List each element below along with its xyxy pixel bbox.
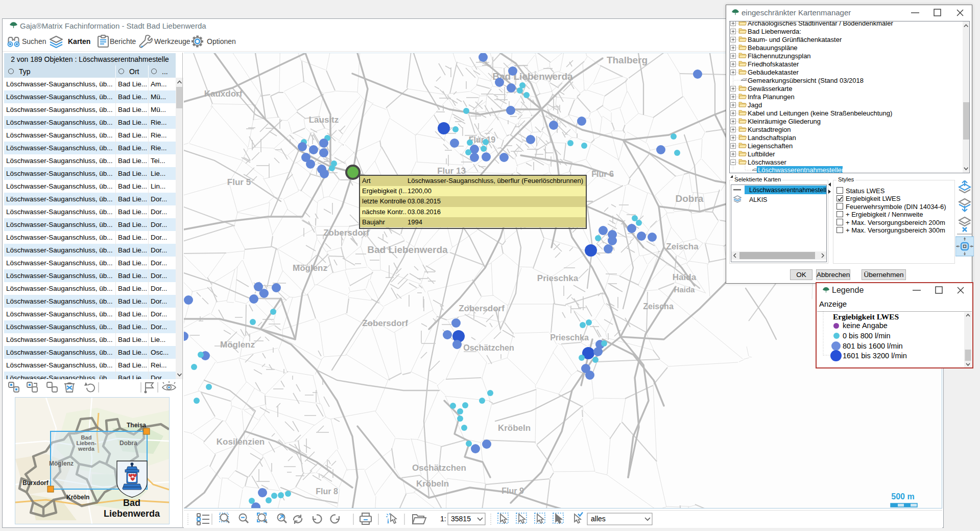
svg-text:Thalberg: Thalberg (607, 55, 648, 65)
svg-text:Bad Liebenwerda:: Bad Liebenwerda: (748, 28, 801, 35)
svg-text:Zobersdorf: Zobersdorf (362, 318, 408, 328)
svg-text:Kurstadtregion: Kurstadtregion (748, 126, 791, 133)
svg-text:Löschwasserentnahmestellen: Löschwasserentnahmestellen (758, 166, 845, 173)
svg-text:1:: 1: (440, 515, 446, 523)
svg-text:Flur 6: Flur 6 (591, 170, 614, 178)
svg-text:Bad Liebenwerda: Bad Liebenwerda (492, 71, 573, 82)
svg-text:Lausitz: Lausitz (309, 115, 339, 125)
svg-text:Flur 8: Flur 8 (316, 487, 338, 496)
svg-text:Haida: Haida (673, 272, 697, 282)
svg-text:Zobersdorf: Zobersdorf (323, 228, 369, 238)
svg-text:Zeischa: Zeischa (666, 242, 699, 251)
svg-text:Kosilenzien: Kosilenzien (217, 437, 265, 447)
svg-text:Kleinräumige Gliederung: Kleinräumige Gliederung (748, 118, 821, 125)
svg-text:Prieschka: Prieschka (550, 333, 589, 342)
svg-text:Kröbeln: Kröbeln (66, 494, 89, 501)
svg-text:Flächennutzungsplan: Flächennutzungsplan (748, 52, 811, 60)
svg-text:Liebenwerda: Liebenwerda (104, 509, 160, 519)
svg-text:Kauxdorf: Kauxdorf (204, 89, 243, 99)
svg-text:Theisa: Theisa (127, 422, 146, 429)
svg-text:Landschaftsplan: Landschaftsplan (748, 134, 796, 142)
svg-text:Möglenz: Möglenz (220, 340, 255, 350)
svg-text:Friedhofskataster: Friedhofskataster (748, 60, 799, 68)
svg-text:Archäologisches Stadtinventar: Archäologisches Stadtinventar / Bodenden… (748, 21, 893, 27)
svg-text:Jagd: Jagd (748, 101, 762, 109)
svg-text:Möglenz: Möglenz (293, 263, 327, 273)
svg-text:Liegenschaften: Liegenschaften (748, 142, 793, 150)
svg-text:Bebauungspläne: Bebauungspläne (748, 44, 798, 52)
svg-text:Zeischa: Zeischa (643, 302, 674, 311)
svg-text:alles: alles (591, 515, 606, 523)
svg-text:Gemearkungsübersicht (Stand 03: Gemearkungsübersicht (Stand 03/2018 (748, 77, 864, 84)
svg-text:Kröbeln: Kröbeln (416, 479, 449, 489)
svg-text:Bad: Bad (123, 498, 140, 508)
svg-text:Flur 9: Flur 9 (501, 487, 524, 495)
svg-text:werda: werda (78, 446, 95, 452)
svg-text:500 m: 500 m (891, 492, 914, 501)
svg-text:Löschwasserentnahmestellen: Löschwasserentnahmestellen (749, 187, 826, 194)
svg-text:Baum- und Grünflächenkataster: Baum- und Grünflächenkataster (748, 36, 842, 43)
svg-text:Möglenz: Möglenz (49, 460, 74, 467)
svg-text:Gewässerkarte: Gewässerkarte (748, 85, 792, 93)
svg-text:Dobra: Dobra (119, 440, 137, 447)
svg-text:Oschätzchen: Oschätzchen (412, 463, 466, 473)
svg-text:Prieschka: Prieschka (537, 273, 579, 283)
svg-text:ALKIS: ALKIS (749, 196, 767, 203)
svg-text:Kabel und Leitungen (keine Str: Kabel und Leitungen (keine Straßenbeleuc… (748, 109, 892, 117)
svg-text:Dobra: Dobra (676, 193, 704, 204)
svg-text:Oschätzchen: Oschätzchen (463, 343, 514, 352)
svg-text:Infra Planungen: Infra Planungen (748, 93, 795, 101)
svg-text:Gebäudekataster: Gebäudekataster (748, 68, 799, 76)
svg-text:Luftbilder: Luftbilder (748, 150, 775, 158)
svg-text:Bad Liebenwerda: Bad Liebenwerda (367, 244, 448, 255)
svg-text:Flur 5: Flur 5 (227, 177, 251, 187)
svg-text:Burxdorf: Burxdorf (22, 479, 49, 487)
svg-text:Haida: Haida (674, 285, 696, 294)
svg-text:Löschwasser: Löschwasser (748, 158, 787, 166)
svg-text:Kröbeln: Kröbeln (498, 423, 531, 433)
svg-text:35815: 35815 (451, 515, 471, 523)
svg-text:Zobersdorf: Zobersdorf (459, 304, 505, 313)
svg-text:i: i (387, 517, 389, 525)
